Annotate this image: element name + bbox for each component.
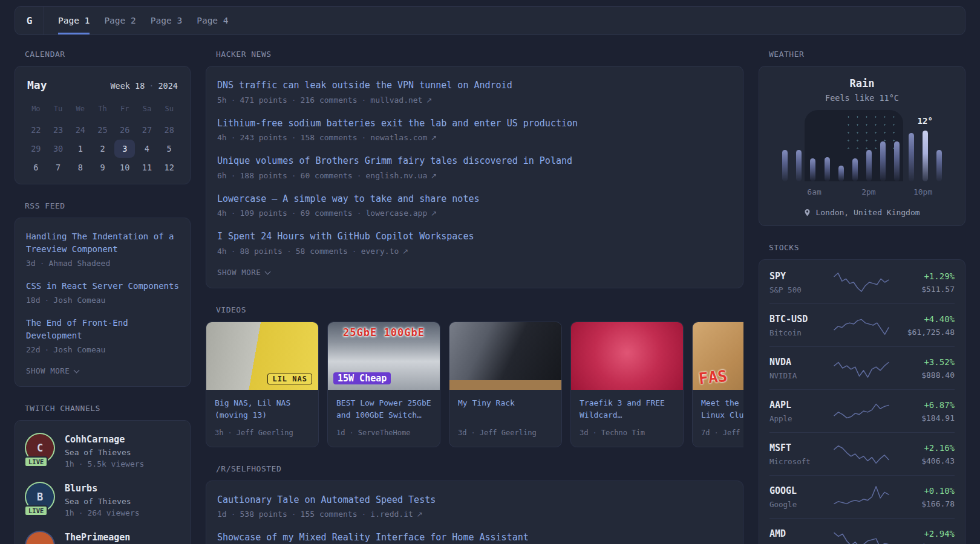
stock-name: S&P 500 — [769, 285, 830, 294]
dot-separator: · — [44, 296, 49, 305]
twitch-section: TWITCH CHANNELS C LIVE CohhCarnage Sea o… — [15, 404, 191, 544]
video-card[interactable]: FAS Meet theLinux Clu 7d·Jeff — [692, 322, 743, 447]
stock-change: +6.87% — [893, 400, 955, 410]
twitch-channel-name[interactable]: Blurbs — [65, 483, 140, 494]
video-thumbnail[interactable]: FAS — [693, 322, 743, 390]
dot-separator: · — [292, 171, 296, 180]
twitch-channel-name[interactable]: ThePrimeagen — [65, 532, 130, 543]
calendar-day: 22 — [25, 120, 47, 139]
video-title[interactable]: My Tiny Rack — [458, 397, 553, 424]
external-link-icon: ↗ — [431, 134, 437, 142]
hn-item-domain[interactable]: mullvad.net — [370, 96, 422, 105]
twitch-section-label: TWITCH CHANNELS — [25, 404, 191, 413]
weather-temp-label: 12° — [918, 116, 933, 126]
rss-show-more-button[interactable]: SHOW MORE — [26, 366, 79, 375]
nav-tab[interactable]: Page 4 — [197, 7, 228, 34]
dot-separator: · — [357, 209, 362, 218]
video-thumbnail[interactable]: LIL NAS — [206, 322, 318, 390]
chevron-down-icon — [74, 368, 80, 374]
hn-item-meta: 4h·243 points·158 comments·newatlas.com↗ — [217, 133, 732, 142]
calendar-day: 29 — [25, 139, 47, 158]
weather-bar — [936, 150, 942, 181]
video-card[interactable]: 25GbE 100GbE15W Cheap BEST Low Power 25G… — [327, 322, 440, 447]
video-title[interactable]: Meet theLinux Clu — [701, 397, 743, 424]
hn-item-title[interactable]: DNS traffic can leak outside the VPN tun… — [217, 79, 732, 92]
weather-section: WEATHER Rain Feels like 11°C — [759, 50, 965, 226]
stock-sparkline — [832, 269, 890, 296]
nav-tab[interactable]: Page 3 — [151, 7, 182, 34]
app-logo[interactable]: G — [15, 7, 44, 34]
stock-symbol: AAPL — [769, 400, 830, 410]
calendar-day: 30 — [47, 139, 70, 158]
stock-sparkline — [832, 441, 890, 467]
stock-row: GOOGL Google +0.10% $166.78 — [769, 475, 955, 518]
hn-item-meta: 4h·109 points·69 comments·lowercase.app↗ — [217, 209, 732, 218]
reddit-item: Showcase of my Mixed Reality Interface f… — [217, 531, 732, 544]
hn-item-title[interactable]: I Spent 24 Hours with GitHub Copilot Wor… — [217, 230, 732, 244]
twitch-channel: C LIVE CohhCarnage Sea of Thieves 1h·5.5… — [26, 434, 179, 468]
hn-item-domain[interactable]: newatlas.com — [370, 133, 427, 142]
rss-item-meta: 3d·Ahmad Shadeed — [26, 259, 179, 268]
video-thumbnail[interactable]: 25GbE 100GbE15W Cheap — [328, 322, 440, 390]
hn-item-domain[interactable]: english.nv.ua — [366, 171, 428, 180]
stocks-card: SPY S&P 500 +1.29% $511.57 BTC-USD Bitco… — [759, 259, 965, 544]
hn-item-domain[interactable]: lowercase.app — [366, 209, 428, 218]
stock-change: +2.16% — [893, 443, 955, 453]
weather-time-label: 10pm — [913, 187, 932, 196]
rss-item-title[interactable]: The End of Front-End Development — [26, 317, 179, 342]
nav-tab[interactable]: Page 2 — [104, 7, 136, 34]
reddit-card: Cautionary Tale on Automated Speed Tests… — [206, 481, 743, 544]
dot-separator: · — [79, 508, 83, 517]
rss-item: The End of Front-End Development 22d·Jos… — [26, 317, 179, 354]
calendar-day: 24 — [69, 120, 91, 139]
video-card[interactable]: LIL NAS Big NAS, Lil NAS(moving 13) 3h·J… — [206, 322, 319, 447]
hn-item-title[interactable]: Lowercase – A simple way to take and sha… — [217, 192, 732, 206]
stock-sparkline — [832, 355, 890, 381]
calendar-day: 5 — [158, 139, 180, 158]
calendar-day: 27 — [136, 120, 158, 139]
dot-separator: · — [40, 259, 45, 268]
weather-card: Rain Feels like 11°C 12° — [759, 66, 965, 226]
dot-separator: · — [231, 171, 236, 180]
video-title[interactable]: Big NAS, Lil NAS(moving 13) — [215, 397, 310, 424]
stock-change: +3.52% — [893, 357, 955, 367]
calendar-card: May Week 18·2024 MoTuWeThFrSaSu 22232425… — [15, 66, 191, 184]
video-title[interactable]: BEST Low Power 25GbEand 100GbE Switch… — [336, 397, 431, 424]
reddit-item-title[interactable]: Cautionary Tale on Automated Speed Tests — [217, 493, 732, 507]
calendar-weekday: We — [69, 100, 91, 120]
stock-sparkline — [832, 526, 890, 544]
reddit-item-title[interactable]: Showcase of my Mixed Reality Interface f… — [217, 531, 732, 544]
nav-tab[interactable]: Page 1 — [58, 7, 90, 34]
calendar-grid: 222324252627282930123456789101112 — [25, 120, 180, 176]
hn-item-domain[interactable]: every.to — [361, 247, 399, 256]
live-badge: LIVE — [24, 505, 48, 516]
stock-change: +0.10% — [893, 486, 955, 496]
rss-section: RSS FEED Handling The Indentation of a T… — [15, 201, 191, 387]
video-card[interactable]: My Tiny Rack 3d·Jeff Geerling — [449, 322, 562, 447]
weather-bar — [852, 158, 858, 181]
video-thumbnail[interactable] — [449, 322, 561, 390]
calendar-day: 25 — [91, 120, 114, 139]
rss-item-title[interactable]: CSS in React Server Components — [26, 280, 179, 293]
thumbnail-text: 15W Cheap — [333, 372, 391, 384]
video-card[interactable]: Traefik 3 and FREEWildcard… 3d·Techno Ti… — [570, 322, 684, 447]
video-title[interactable]: Traefik 3 and FREEWildcard… — [580, 397, 675, 424]
hn-item-title[interactable]: Lithium-free sodium batteries exit the l… — [217, 117, 732, 131]
hn-item-title[interactable]: Unique volumes of Brothers Grimm fairy t… — [217, 154, 732, 168]
hacker-news-show-more-button[interactable]: SHOW MORE — [217, 268, 270, 277]
calendar-weekday: Fr — [114, 100, 136, 120]
calendar-day: 1 — [69, 139, 91, 158]
reddit-item-domain[interactable]: i.redd.it — [370, 510, 413, 519]
video-thumbnail[interactable] — [571, 322, 683, 390]
calendar-weekday: Mo — [25, 100, 47, 120]
dot-separator: · — [44, 345, 49, 354]
chevron-down-icon — [265, 268, 271, 274]
rss-card: Handling The Indentation of a Treeview C… — [15, 218, 191, 387]
calendar-day: 12 — [158, 158, 180, 176]
hacker-news-card: DNS traffic can leak outside the VPN tun… — [206, 66, 743, 288]
stock-price: $150.45 — [893, 542, 955, 544]
reddit-section-label: /R/SELFHOSTED — [216, 464, 743, 473]
rss-item-title[interactable]: Handling The Indentation of a Treeview C… — [26, 230, 179, 256]
dot-separator: · — [231, 209, 236, 218]
twitch-channel-name[interactable]: CohhCarnage — [65, 434, 144, 445]
